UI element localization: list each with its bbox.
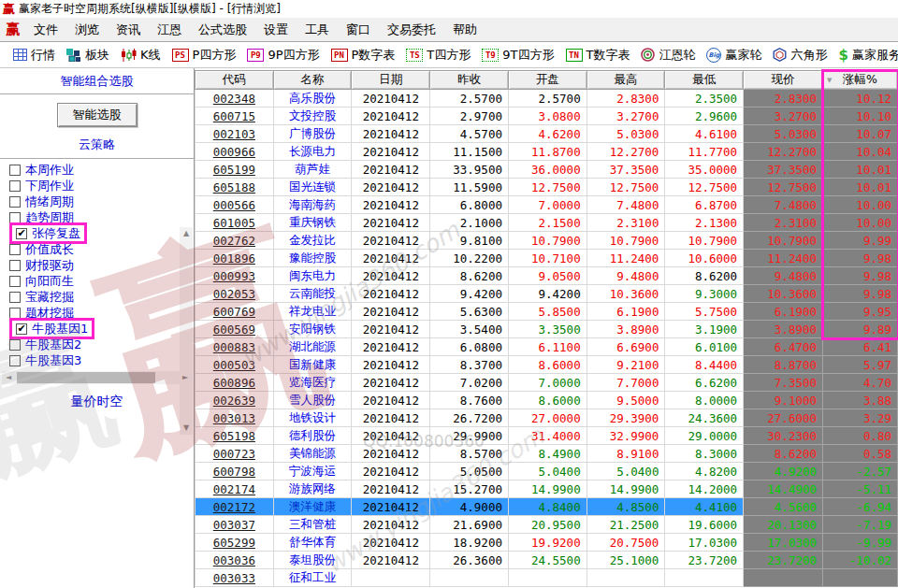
strategy-item-5[interactable]: ✔张停复盘 <box>9 222 87 244</box>
table-row[interactable]: 002172澳洋健康202104124.90004.84004.85004.41… <box>196 498 898 516</box>
menu-item-7[interactable]: 工具 <box>297 20 338 40</box>
column-header-5[interactable]: 开盘 <box>508 71 587 90</box>
cell-stock-code[interactable]: 002103 <box>196 125 274 143</box>
cell-stock-name[interactable]: 长源电力 <box>273 143 352 161</box>
cell-stock-name[interactable]: 高乐股份 <box>273 90 352 108</box>
cell-stock-name[interactable]: 宁波海运 <box>273 463 352 480</box>
table-row[interactable]: 003036泰坦股份2021041226.360024.550025.10002… <box>196 552 898 569</box>
table-row[interactable]: 605198德利股份2021041229.990031.400032.99002… <box>196 427 898 445</box>
cell-stock-name[interactable]: 云南能投 <box>273 285 352 303</box>
cell-stock-name[interactable]: 海南海药 <box>273 196 352 214</box>
menu-item-9[interactable]: 交易委托 <box>379 20 444 40</box>
cell-stock-name[interactable]: 泰坦股份 <box>273 552 352 569</box>
cell-stock-code[interactable]: 002762 <box>196 232 274 250</box>
scroll-left-icon[interactable]: ◄ <box>2 371 15 384</box>
cell-stock-code[interactable]: 002348 <box>196 90 274 108</box>
checkbox-icon[interactable]: ✔ <box>16 228 27 239</box>
cell-stock-code[interactable]: 600896 <box>196 374 274 392</box>
toolbar-item-gann-wheel[interactable]: 江恩轮 <box>635 44 701 66</box>
cell-stock-code[interactable]: 003037 <box>196 516 274 534</box>
table-row[interactable]: 002348高乐股份202104122.57002.57002.83002.35… <box>196 90 898 108</box>
cell-stock-code[interactable]: 000723 <box>196 445 274 463</box>
cell-stock-code[interactable]: 000966 <box>196 143 274 161</box>
toolbar-item-p-square[interactable]: PSP四方形 <box>167 44 242 66</box>
checkbox-icon[interactable] <box>9 292 21 303</box>
table-row[interactable]: 001896豫能控股2021041210.220010.710011.24001… <box>196 250 898 267</box>
checkbox-icon[interactable] <box>9 212 21 223</box>
table-row[interactable]: 600569安阳钢铁202104123.54003.35003.89003.19… <box>196 321 898 338</box>
strategy-item-7[interactable]: 财报驱动 <box>9 257 74 273</box>
table-row[interactable]: 002639雪人股份202104128.76008.60009.50008.00… <box>196 392 898 409</box>
cell-stock-name[interactable]: 游族网络 <box>273 480 352 498</box>
table-row[interactable]: 605199葫芦娃2021041233.950036.000037.350035… <box>196 161 898 179</box>
checkbox-icon[interactable] <box>9 165 21 176</box>
cell-stock-code[interactable]: 600798 <box>196 463 274 480</box>
cell-stock-name[interactable]: 豫能控股 <box>273 250 352 267</box>
table-row[interactable]: 601005重庆钢铁202104122.10002.15002.31002.13… <box>196 214 898 232</box>
cell-stock-code[interactable]: 002053 <box>196 285 274 303</box>
cell-stock-name[interactable]: 美锦能源 <box>273 445 352 463</box>
strategy-item-2[interactable]: 下周作业 <box>9 178 74 194</box>
strategy-item-1[interactable]: 本周作业 <box>9 162 74 178</box>
checkbox-icon[interactable] <box>9 308 21 319</box>
cell-stock-code[interactable]: 000883 <box>196 338 274 356</box>
cell-stock-code[interactable]: 002639 <box>196 392 274 409</box>
cell-stock-code[interactable]: 601005 <box>196 214 274 232</box>
cell-stock-name[interactable]: 金发拉比 <box>273 232 352 250</box>
menu-item-8[interactable]: 窗口 <box>338 20 379 40</box>
toolbar-item-winner-wheel[interactable]: Big赢家轮 <box>701 44 767 66</box>
cell-stock-name[interactable]: 国光连锁 <box>273 179 352 196</box>
strategy-item-11[interactable]: ✔牛股基因1 <box>9 318 94 339</box>
toolbar-item-hexagon[interactable]: 六角形 <box>767 44 833 66</box>
checkbox-icon[interactable] <box>9 196 21 208</box>
cell-stock-code[interactable]: 001896 <box>196 250 274 267</box>
checkbox-icon[interactable] <box>9 355 21 366</box>
menu-item-1[interactable]: 文件 <box>25 20 66 40</box>
checkbox-icon[interactable] <box>9 339 21 351</box>
strategy-horizontal-scrollbar[interactable]: ◄ ► <box>2 371 192 384</box>
cell-stock-code[interactable]: 000993 <box>196 267 274 285</box>
strategy-item-8[interactable]: 向阳而生 <box>9 273 74 289</box>
table-row[interactable]: 002103广博股份202104124.57004.62005.03004.61… <box>196 125 898 143</box>
cell-stock-code[interactable]: 002172 <box>196 498 274 516</box>
table-row[interactable]: 003033征和工业 <box>196 569 898 587</box>
table-row[interactable]: 002174游族网络2021041215.270014.990014.99001… <box>196 480 898 498</box>
cell-stock-code[interactable]: 003036 <box>196 552 274 569</box>
table-row[interactable]: 600798宁波海运202104125.05005.04005.04004.82… <box>196 463 898 480</box>
toolbar-item-9t-square[interactable]: T99T四方形 <box>476 44 559 66</box>
menu-item-4[interactable]: 江恩 <box>149 20 190 40</box>
cell-stock-name[interactable]: 葫芦娃 <box>273 161 352 179</box>
scroll-up-icon[interactable]: ▲ <box>180 227 193 240</box>
table-row[interactable]: 000566海南海药202104126.80007.00007.48006.87… <box>196 196 898 214</box>
cell-stock-name[interactable]: 澳洋健康 <box>273 498 352 516</box>
table-row[interactable]: 605299舒华体育2021041218.920019.920020.75001… <box>196 534 898 552</box>
cell-stock-name[interactable]: 文投控股 <box>273 108 352 125</box>
toolbar-item-9p-square[interactable]: P99P四方形 <box>241 44 325 66</box>
cell-stock-code[interactable]: 600569 <box>196 321 274 338</box>
strategy-item-9[interactable]: 宝藏挖掘 <box>9 289 74 305</box>
smart-select-button[interactable]: 智能选股 <box>57 103 138 127</box>
toolbar-item-p-digit[interactable]: PNP数字表 <box>326 44 401 66</box>
table-row[interactable]: 003013地铁设计2021041226.720027.000029.39002… <box>196 409 898 427</box>
table-row[interactable]: 003037三和管桩2021041221.690020.950021.25001… <box>196 516 898 534</box>
table-row[interactable]: 600896览海医疗202104127.02007.00007.70006.62… <box>196 374 898 392</box>
cell-stock-code[interactable]: 605198 <box>196 427 274 445</box>
cell-stock-code[interactable]: 000566 <box>196 196 274 214</box>
cell-stock-name[interactable]: 三和管桩 <box>273 516 352 534</box>
strategy-item-3[interactable]: 情绪周期 <box>9 194 74 209</box>
toolbar-item-kline[interactable]: K线 <box>115 44 167 66</box>
scroll-down-icon[interactable]: ▼ <box>180 422 193 435</box>
table-row[interactable]: 000993闽东电力202104128.62009.05009.48008.62… <box>196 267 898 285</box>
scroll-right-icon[interactable]: ► <box>179 371 192 384</box>
cell-stock-code[interactable]: 605188 <box>196 179 274 196</box>
cell-stock-name[interactable]: 重庆钢铁 <box>273 214 352 232</box>
cell-stock-name[interactable]: 祥龙电业 <box>273 303 352 321</box>
menu-item-2[interactable]: 浏览 <box>66 20 108 40</box>
column-header-6[interactable]: 最高 <box>587 71 665 90</box>
cell-stock-name[interactable]: 览海医疗 <box>273 374 352 392</box>
checkbox-icon[interactable]: ✔ <box>16 323 27 335</box>
cell-stock-code[interactable]: 003033 <box>196 569 274 587</box>
column-header-1[interactable]: 代码 <box>196 71 274 90</box>
cell-stock-name[interactable]: 舒华体育 <box>273 534 352 552</box>
menu-item-3[interactable]: 资讯 <box>108 20 149 40</box>
